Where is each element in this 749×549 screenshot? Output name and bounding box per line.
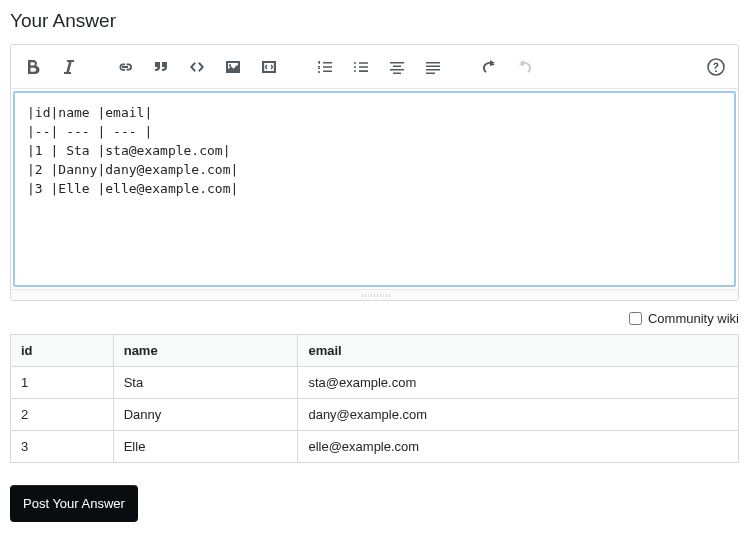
community-wiki-row: Community wiki [10,311,739,326]
table-header-row: id name email [11,335,739,367]
help-icon[interactable] [702,53,730,81]
cell: 1 [11,367,114,399]
align-icon[interactable] [383,53,411,81]
table-row: 2 Danny dany@example.com [11,399,739,431]
cell: Elle [113,431,298,463]
cell: Danny [113,399,298,431]
col-email: email [298,335,739,367]
redo-icon [511,53,539,81]
cell: elle@example.com [298,431,739,463]
unordered-list-icon[interactable] [347,53,375,81]
bold-icon[interactable] [19,53,47,81]
col-id: id [11,335,114,367]
page-title: Your Answer [10,10,739,32]
editor-toolbar [11,45,738,89]
code-icon[interactable] [183,53,211,81]
community-wiki-label[interactable]: Community wiki [648,311,739,326]
cell: 2 [11,399,114,431]
table-row: 3 Elle elle@example.com [11,431,739,463]
editor-textarea[interactable]: |id|name |email| |--| --- | --- | |1 | S… [13,91,736,287]
cell: 3 [11,431,114,463]
cell: Sta [113,367,298,399]
col-name: name [113,335,298,367]
quote-icon[interactable] [147,53,175,81]
editor-container: |id|name |email| |--| --- | --- | |1 | S… [10,44,739,301]
image-icon[interactable] [219,53,247,81]
post-answer-button[interactable]: Post Your Answer [10,485,138,522]
link-icon[interactable] [111,53,139,81]
undo-icon[interactable] [475,53,503,81]
justify-icon[interactable] [419,53,447,81]
preview-table: id name email 1 Sta sta@example.com 2 Da… [10,334,739,463]
cell: sta@example.com [298,367,739,399]
table-row: 1 Sta sta@example.com [11,367,739,399]
cell: dany@example.com [298,399,739,431]
snippet-icon[interactable] [255,53,283,81]
italic-icon[interactable] [55,53,83,81]
resize-grippie[interactable] [11,289,738,300]
ordered-list-icon[interactable] [311,53,339,81]
community-wiki-checkbox[interactable] [629,312,642,325]
